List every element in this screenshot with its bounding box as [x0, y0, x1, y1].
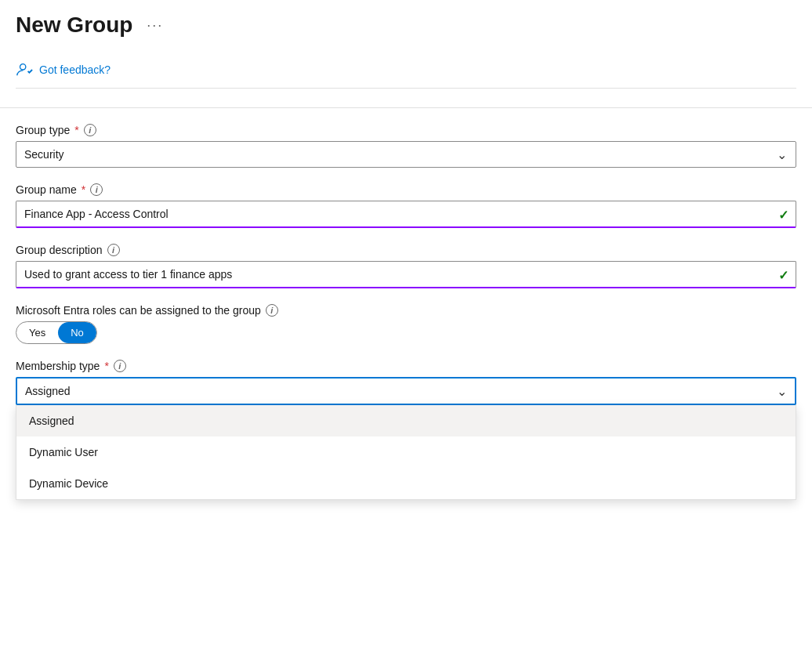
- group-type-dropdown[interactable]: Security Microsoft 365: [16, 141, 796, 168]
- group-type-dropdown-wrapper: Security Microsoft 365 ⌄: [16, 141, 796, 168]
- membership-type-menu: Assigned Dynamic User Dynamic Device: [16, 405, 796, 500]
- group-type-section: Group type * i Security Microsoft 365 ⌄: [16, 124, 796, 168]
- feedback-label: Got feedback?: [39, 63, 111, 76]
- membership-option-assigned[interactable]: Assigned: [16, 405, 796, 436]
- membership-type-info-icon[interactable]: i: [114, 360, 126, 372]
- membership-type-section: Membership type * i Assigned ⌄ Assigned …: [16, 360, 796, 405]
- group-name-required: *: [82, 183, 85, 196]
- group-description-info-icon[interactable]: i: [107, 244, 120, 256]
- feedback-icon: [16, 61, 33, 78]
- membership-type-required: *: [104, 360, 108, 372]
- group-type-info-icon[interactable]: i: [84, 124, 96, 136]
- group-name-check-icon: ✓: [778, 207, 788, 222]
- membership-type-dropdown-wrapper: Assigned ⌄ Assigned Dynamic User Dynamic…: [16, 377, 796, 405]
- entra-roles-no-button[interactable]: No: [58, 322, 96, 343]
- entra-roles-toggle: Yes No: [16, 321, 97, 344]
- membership-option-dynamic-device[interactable]: Dynamic Device: [16, 468, 796, 499]
- group-type-required: *: [74, 124, 78, 136]
- membership-type-value: Assigned: [25, 385, 71, 397]
- group-description-check-icon: ✓: [778, 267, 788, 282]
- group-name-info-icon[interactable]: i: [90, 183, 103, 196]
- entra-roles-label: Microsoft Entra roles can be assigned to…: [16, 304, 796, 317]
- page-header: New Group ···: [16, 13, 796, 38]
- group-description-input[interactable]: [16, 261, 796, 288]
- group-description-label-text: Group description: [16, 244, 103, 256]
- membership-type-dropdown[interactable]: Assigned: [16, 377, 796, 405]
- group-description-section: Group description i ✓: [16, 244, 796, 288]
- group-name-label-text: Group name: [16, 183, 77, 196]
- entra-roles-section: Microsoft Entra roles can be assigned to…: [16, 304, 796, 344]
- entra-roles-yes-button[interactable]: Yes: [16, 322, 58, 343]
- section-divider: [0, 107, 812, 108]
- group-name-input-wrapper: ✓: [16, 201, 796, 228]
- membership-type-label-text: Membership type: [16, 360, 100, 372]
- entra-roles-info-icon[interactable]: i: [266, 304, 278, 317]
- group-type-label-text: Group type: [16, 124, 70, 136]
- group-name-label: Group name * i: [16, 183, 796, 196]
- page-container: New Group ··· Got feedback? Group type *…: [0, 0, 812, 652]
- svg-point-0: [20, 64, 26, 70]
- feedback-bar[interactable]: Got feedback?: [16, 53, 796, 89]
- group-description-label: Group description i: [16, 244, 796, 256]
- entra-roles-label-text: Microsoft Entra roles can be assigned to…: [16, 304, 261, 317]
- group-type-label: Group type * i: [16, 124, 796, 136]
- membership-option-dynamic-user[interactable]: Dynamic User: [16, 436, 796, 468]
- group-name-section: Group name * i ✓: [16, 183, 796, 228]
- membership-type-label: Membership type * i: [16, 360, 796, 372]
- group-description-input-wrapper: ✓: [16, 261, 796, 288]
- ellipsis-menu-button[interactable]: ···: [142, 16, 168, 35]
- page-title: New Group: [16, 13, 132, 38]
- group-name-input[interactable]: [16, 201, 796, 228]
